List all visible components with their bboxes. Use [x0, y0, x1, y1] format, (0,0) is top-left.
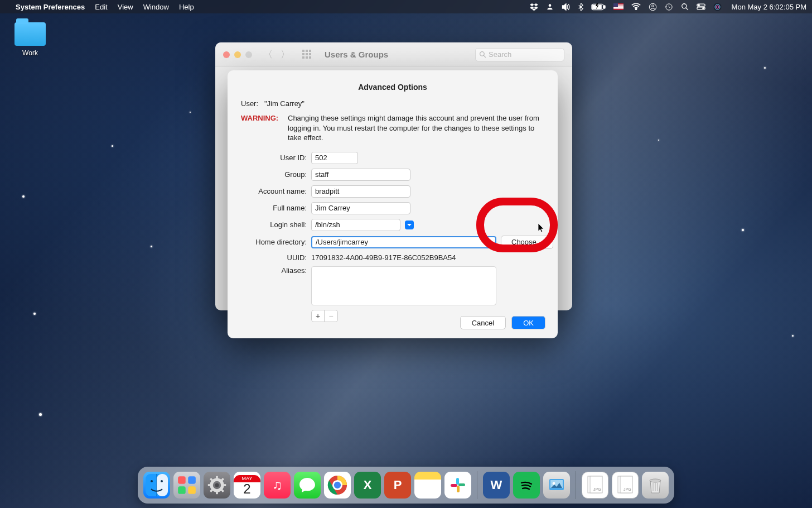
svg-line-48	[221, 478, 224, 481]
dropbox-icon[interactable]	[530, 3, 538, 11]
login-shell-field[interactable]	[311, 219, 400, 231]
menu-edit[interactable]: Edit	[95, 3, 107, 11]
login-shell-dropdown-icon[interactable]	[405, 221, 414, 229]
home-directory-field[interactable]	[311, 236, 496, 248]
aliases-list[interactable]	[311, 266, 496, 305]
choose-button[interactable]: Choose...	[501, 236, 553, 249]
svg-marker-1	[534, 3, 538, 6]
ok-button[interactable]: OK	[511, 316, 545, 329]
show-all-icon[interactable]	[302, 50, 312, 60]
add-alias-button[interactable]: +	[311, 310, 325, 322]
warning-label: WARNING:	[241, 113, 283, 143]
login-shell-label: Login shell:	[241, 221, 307, 229]
svg-line-31	[484, 55, 486, 57]
svg-rect-55	[457, 486, 460, 492]
dock-calendar[interactable]: MAY 2	[234, 472, 260, 499]
svg-line-46	[210, 478, 212, 481]
dock-recent-doc-1[interactable]: JPG	[582, 472, 608, 499]
user-icon[interactable]	[546, 3, 554, 11]
svg-marker-2	[530, 6, 534, 9]
svg-point-35	[161, 480, 163, 482]
user-value: "Jim Carrey"	[264, 99, 304, 108]
dock-launchpad[interactable]	[173, 472, 200, 499]
full-name-field[interactable]	[311, 202, 410, 214]
menubar-datetime[interactable]: Mon May 2 6:02:05 PM	[732, 3, 806, 11]
svg-point-26	[702, 8, 704, 9]
dock-music[interactable]: ♫	[264, 472, 291, 499]
menu-window[interactable]: Window	[143, 3, 169, 11]
svg-rect-38	[178, 486, 186, 494]
user-id-label: User ID:	[241, 154, 307, 162]
account-circle-icon[interactable]	[649, 3, 657, 11]
spotlight-icon[interactable]	[681, 3, 689, 11]
svg-text:JPG: JPG	[593, 487, 601, 491]
account-name-field[interactable]	[311, 185, 410, 198]
app-menu[interactable]: System Preferences	[16, 3, 85, 11]
dock-separator	[576, 471, 576, 499]
svg-marker-0	[530, 3, 534, 6]
svg-point-21	[682, 4, 686, 8]
svg-rect-54	[458, 483, 465, 486]
dock-word[interactable]: W	[483, 472, 510, 499]
dock-preview[interactable]	[543, 472, 570, 499]
svg-point-24	[698, 4, 699, 6]
dock-finder[interactable]	[143, 472, 170, 499]
svg-rect-56	[451, 484, 457, 487]
svg-line-22	[685, 8, 688, 10]
group-field[interactable]	[311, 169, 410, 181]
home-directory-label: Home directory:	[241, 238, 307, 246]
svg-rect-33	[157, 474, 168, 496]
bluetooth-icon[interactable]	[578, 3, 583, 11]
svg-marker-6	[562, 3, 566, 10]
svg-point-34	[151, 480, 153, 482]
svg-rect-14	[613, 7, 624, 8]
zoom-icon[interactable]	[245, 51, 252, 58]
svg-point-30	[480, 52, 485, 56]
dock-system-preferences[interactable]	[204, 472, 230, 499]
dock-excel[interactable]: X	[354, 472, 381, 499]
battery-icon[interactable]	[591, 3, 606, 11]
window-titlebar: 〈 〉 Users & Groups Search	[215, 42, 572, 67]
dock-chrome[interactable]	[324, 472, 351, 499]
cancel-button[interactable]: Cancel	[460, 316, 506, 329]
svg-point-17	[635, 8, 636, 9]
calendar-day: 2	[243, 482, 250, 496]
svg-point-41	[215, 483, 219, 487]
close-icon[interactable]	[223, 51, 230, 58]
flag-icon[interactable]	[613, 3, 624, 10]
svg-rect-8	[603, 5, 605, 8]
dock: MAY 2 ♫ X P W JPG JPG	[138, 467, 674, 504]
svg-point-5	[548, 4, 551, 7]
back-button[interactable]: 〈	[263, 48, 273, 61]
dock-powerpoint[interactable]: P	[384, 472, 411, 499]
svg-rect-53	[456, 478, 459, 485]
search-placeholder: Search	[489, 50, 511, 59]
window-title: Users & Groups	[325, 50, 388, 59]
desktop-folder-label: Work	[12, 49, 48, 57]
dock-trash[interactable]	[642, 472, 669, 499]
wifi-icon[interactable]	[631, 3, 641, 10]
forward-button[interactable]: 〉	[281, 48, 290, 61]
dock-recent-doc-2[interactable]: JPG	[612, 472, 639, 499]
user-id-field[interactable]	[311, 152, 358, 164]
siri-icon[interactable]	[713, 3, 722, 11]
svg-rect-36	[178, 476, 186, 484]
timemachine-icon[interactable]	[665, 3, 673, 11]
aliases-label: Aliases:	[241, 266, 307, 275]
search-input[interactable]: Search	[475, 48, 564, 61]
menu-view[interactable]: View	[118, 3, 133, 11]
dock-notes[interactable]	[414, 472, 441, 499]
uuid-label: UUID:	[241, 253, 307, 262]
traffic-lights[interactable]	[223, 51, 252, 58]
dock-spotify[interactable]	[513, 472, 540, 499]
control-center-icon[interactable]	[697, 3, 705, 10]
minimize-icon[interactable]	[234, 51, 241, 58]
dock-slack[interactable]	[444, 472, 471, 499]
user-label: User:	[241, 99, 258, 108]
desktop-folder-work[interactable]: Work	[12, 22, 48, 57]
volume-icon[interactable]	[562, 3, 571, 11]
svg-rect-39	[188, 486, 196, 494]
svg-point-60	[553, 482, 555, 485]
menu-help[interactable]: Help	[179, 3, 194, 11]
dock-messages[interactable]	[294, 472, 321, 499]
